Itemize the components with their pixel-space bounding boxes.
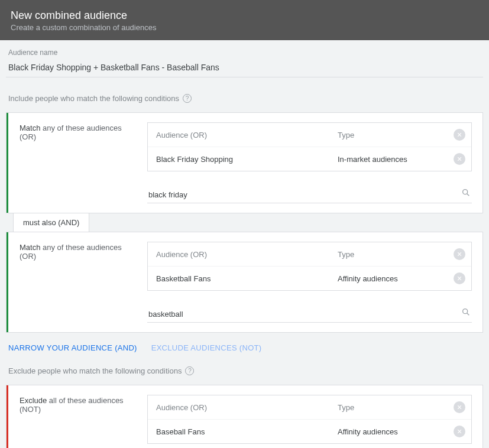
exclude-audiences-button[interactable]: EXCLUDE AUDIENCES (NOT) bbox=[151, 343, 262, 352]
remove-audience-icon[interactable]: × bbox=[454, 153, 465, 165]
page-title: New combined audience bbox=[11, 9, 478, 22]
remove-audience-icon[interactable]: × bbox=[454, 272, 465, 284]
action-links: NARROW YOUR AUDIENCE (AND) EXCLUDE AUDIE… bbox=[6, 333, 483, 363]
search-icon bbox=[461, 307, 471, 319]
search-input[interactable] bbox=[147, 187, 472, 203]
audience-name-label: Audience name bbox=[6, 48, 483, 57]
help-icon[interactable]: ? bbox=[183, 94, 192, 103]
table-row: Basketball Fans Affinity audiences × bbox=[148, 267, 471, 290]
audience-type: Affinity audiences bbox=[338, 274, 444, 283]
audience-name: Black Friday Shopping bbox=[156, 155, 338, 164]
audience-type: In-market audiences bbox=[338, 155, 444, 164]
match-rule-label: Match any of these audiences (OR) bbox=[7, 113, 137, 213]
audience-table: Audience (OR) Type × Black Friday Shoppi… bbox=[147, 122, 472, 171]
table-row: Baseball Fans Affinity audiences × bbox=[148, 420, 471, 443]
narrow-audience-button[interactable]: NARROW YOUR AUDIENCE (AND) bbox=[8, 343, 137, 352]
exclude-rule-label: Exclude all of these audiences (NOT) bbox=[7, 385, 137, 448]
match-rule-label: Match any of these audiences (OR) bbox=[7, 232, 137, 332]
remove-audience-icon[interactable]: × bbox=[454, 426, 465, 437]
clear-row-icon[interactable]: × bbox=[454, 401, 465, 413]
table-header-row: Audience (OR) Type × bbox=[148, 123, 471, 147]
search-input[interactable] bbox=[147, 306, 472, 323]
page-content: Audience name Include people who match t… bbox=[0, 40, 489, 448]
include-group-card: Match any of these audiences (OR) Audien… bbox=[6, 112, 483, 213]
search-field bbox=[147, 306, 472, 323]
audience-name: Baseball Fans bbox=[156, 427, 338, 436]
search-icon bbox=[461, 188, 471, 200]
search-field bbox=[147, 187, 472, 203]
page-subtitle: Create a custom combination of audiences bbox=[11, 23, 478, 32]
exclude-group-card: Exclude all of these audiences (NOT) Aud… bbox=[6, 385, 483, 448]
svg-line-3 bbox=[467, 313, 469, 316]
page-header: New combined audience Create a custom co… bbox=[0, 0, 489, 40]
svg-point-2 bbox=[463, 309, 468, 314]
clear-row-icon[interactable]: × bbox=[454, 129, 465, 141]
audience-table: Audience (OR) Type × Baseball Fans Affin… bbox=[147, 395, 472, 444]
table-header-row: Audience (OR) Type × bbox=[148, 242, 471, 267]
audience-name-input[interactable] bbox=[6, 60, 483, 77]
and-connector: must also (AND) bbox=[13, 213, 89, 232]
table-row: Black Friday Shopping In-market audience… bbox=[148, 147, 471, 171]
table-header-row: Audience (OR) Type × bbox=[148, 395, 471, 420]
svg-point-0 bbox=[463, 190, 468, 194]
clear-row-icon[interactable]: × bbox=[454, 248, 465, 260]
audience-name: Basketball Fans bbox=[156, 274, 338, 283]
svg-line-1 bbox=[467, 194, 469, 196]
audience-type: Affinity audiences bbox=[338, 427, 444, 436]
include-section-header: Include people who match the following c… bbox=[8, 94, 483, 103]
help-icon[interactable]: ? bbox=[185, 366, 194, 375]
include-group-card: Match any of these audiences (OR) Audien… bbox=[6, 232, 483, 333]
audience-table: Audience (OR) Type × Basketball Fans Aff… bbox=[147, 242, 472, 291]
exclude-section-header: Exclude people who match the following c… bbox=[8, 366, 483, 375]
